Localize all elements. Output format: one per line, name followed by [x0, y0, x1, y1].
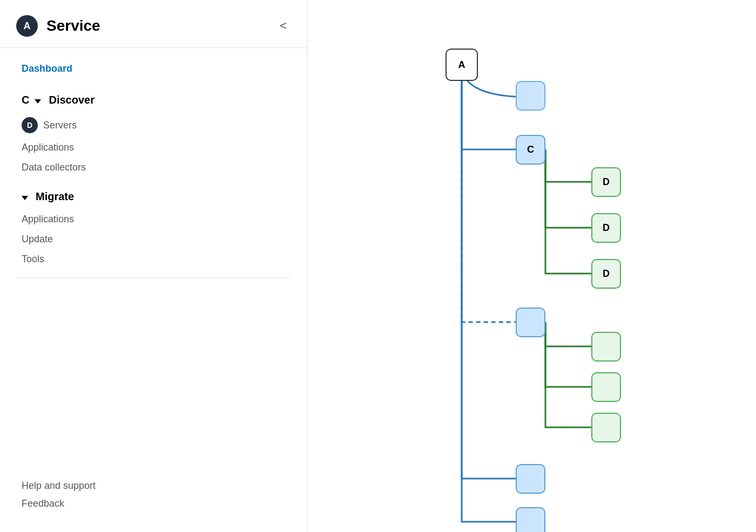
- migrate-applications-label: Applications: [22, 214, 74, 225]
- update-label: Update: [22, 234, 53, 245]
- node-green-1[interactable]: [591, 332, 621, 362]
- tree-diagram: A C D D D: [418, 22, 645, 532]
- node-a[interactable]: A: [446, 49, 478, 81]
- service-avatar: A: [16, 15, 38, 37]
- nav-item-tools[interactable]: Tools: [0, 249, 307, 269]
- nav-item-servers[interactable]: D Servers: [0, 113, 307, 138]
- discover-applications-label: Applications: [22, 142, 74, 153]
- sidebar-nav: Dashboard C Discover D Servers Applicati…: [0, 48, 307, 469]
- nav-divider: [16, 278, 291, 278]
- node-green-2[interactable]: [591, 372, 621, 402]
- discover-section-header[interactable]: C Discover: [0, 87, 307, 113]
- node-a-label: A: [458, 59, 465, 71]
- collapse-button[interactable]: <: [275, 17, 291, 35]
- sidebar-footer: Help and support Feedback: [0, 469, 307, 532]
- nav-item-migrate-applications[interactable]: Applications: [0, 209, 307, 229]
- main-content: A C D D D: [308, 0, 756, 532]
- node-green-3[interactable]: [591, 413, 621, 442]
- triangle-migrate: [22, 190, 30, 203]
- node-d2-label: D: [603, 222, 610, 234]
- footer-help[interactable]: Help and support: [22, 480, 286, 492]
- migrate-label: Migrate: [36, 190, 74, 203]
- servers-label: Servers: [43, 120, 77, 131]
- dashboard-label: Dashboard: [22, 63, 72, 74]
- node-d3[interactable]: D: [591, 259, 621, 289]
- node-blue-3[interactable]: [516, 464, 545, 494]
- nav-item-update[interactable]: Update: [0, 229, 307, 249]
- nav-item-data-collectors[interactable]: Data collectors: [0, 158, 307, 178]
- migrate-section-header[interactable]: Migrate: [0, 184, 307, 209]
- node-blue-2[interactable]: [516, 308, 545, 337]
- nav-item-discover-applications[interactable]: Applications: [0, 138, 307, 158]
- sidebar: A Service < Dashboard C Discover D Serve…: [0, 0, 308, 532]
- triangle-discover: [35, 94, 43, 106]
- sidebar-header: A Service <: [0, 0, 307, 48]
- tools-label: Tools: [22, 254, 44, 265]
- footer-feedback[interactable]: Feedback: [22, 498, 286, 509]
- node-d3-label: D: [603, 268, 610, 279]
- node-d1[interactable]: D: [591, 167, 621, 197]
- node-d2[interactable]: D: [591, 213, 621, 243]
- servers-avatar: D: [22, 117, 38, 133]
- data-collectors-label: Data collectors: [22, 162, 86, 173]
- node-c-label: C: [527, 144, 534, 155]
- node-blue-1[interactable]: [516, 81, 545, 111]
- node-c[interactable]: C: [516, 135, 545, 165]
- discover-label: Discover: [49, 94, 94, 106]
- node-blue-4[interactable]: [516, 507, 545, 532]
- sidebar-header-left: A Service: [16, 15, 100, 37]
- node-d1-label: D: [603, 176, 610, 188]
- nav-item-dashboard[interactable]: Dashboard: [0, 59, 307, 79]
- discover-avatar: C: [22, 94, 29, 106]
- sidebar-title: Service: [46, 17, 100, 35]
